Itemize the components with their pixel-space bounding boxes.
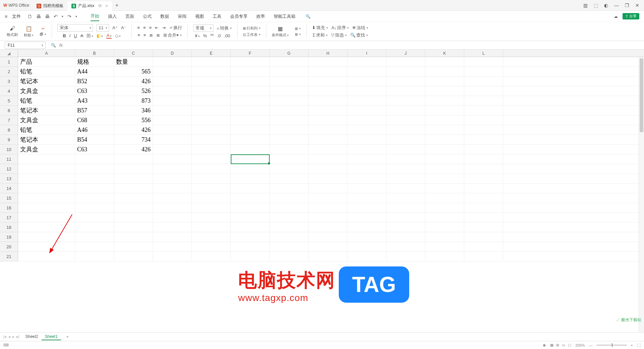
cell-G18[interactable] bbox=[270, 222, 309, 232]
cell-E1[interactable] bbox=[192, 57, 231, 66]
cell-K12[interactable] bbox=[425, 164, 464, 173]
cell-F3[interactable] bbox=[231, 77, 270, 86]
text-color-button[interactable]: A bbox=[106, 33, 112, 39]
dec-inc-button[interactable]: .0 bbox=[217, 33, 221, 38]
column-header-H[interactable]: H bbox=[309, 50, 347, 57]
cell-C8[interactable]: 426 bbox=[114, 125, 153, 135]
cell-G12[interactable] bbox=[270, 164, 309, 173]
cell-E7[interactable] bbox=[192, 115, 231, 125]
cell-H8[interactable] bbox=[309, 125, 347, 135]
cell-A18[interactable] bbox=[18, 222, 75, 232]
cell-L15[interactable] bbox=[464, 193, 503, 203]
cell-I10[interactable] bbox=[347, 145, 386, 154]
avatar-icon[interactable]: ◐ bbox=[604, 3, 608, 8]
cell-K8[interactable] bbox=[425, 125, 464, 135]
cell-F1[interactable] bbox=[231, 57, 270, 66]
row-header-4[interactable]: 4 bbox=[0, 86, 18, 96]
cell-K10[interactable] bbox=[425, 145, 464, 154]
cell-K15[interactable] bbox=[425, 193, 464, 203]
cell-I16[interactable] bbox=[347, 203, 386, 212]
cell-H19[interactable] bbox=[309, 232, 347, 242]
cell-K16[interactable] bbox=[425, 203, 464, 212]
cell-J8[interactable] bbox=[386, 125, 425, 135]
cell-K11[interactable] bbox=[425, 154, 464, 164]
cell-F11[interactable] bbox=[231, 154, 270, 164]
cell-B16[interactable] bbox=[75, 203, 114, 212]
add-sheet-button[interactable]: + bbox=[64, 335, 71, 339]
cell-E17[interactable] bbox=[192, 213, 231, 222]
cell-C2[interactable]: 565 bbox=[114, 67, 153, 76]
cell-D11[interactable] bbox=[153, 154, 192, 164]
cell-J12[interactable] bbox=[386, 164, 425, 173]
cell-F4[interactable] bbox=[231, 86, 270, 96]
percent-button[interactable]: % bbox=[203, 33, 207, 38]
cell-L10[interactable] bbox=[464, 145, 503, 154]
row-header-3[interactable]: 3 bbox=[0, 77, 18, 86]
cell-L21[interactable] bbox=[464, 252, 503, 261]
zoom-out-button[interactable]: — bbox=[589, 343, 593, 347]
sheet-nav-btn[interactable]: ▸| bbox=[16, 335, 19, 339]
menu-tab-效率[interactable]: 效率 bbox=[256, 12, 265, 21]
grow-font-button[interactable]: A⁺ bbox=[112, 25, 118, 30]
cell-A2[interactable]: 铅笔 bbox=[18, 67, 75, 76]
cell-E13[interactable] bbox=[192, 174, 231, 183]
view-mode-3[interactable]: ▢ bbox=[568, 343, 571, 347]
cell-F10[interactable] bbox=[231, 145, 270, 154]
cell-J6[interactable] bbox=[386, 106, 425, 115]
dec-dec-button[interactable]: .00 bbox=[224, 33, 230, 38]
preview-icon[interactable]: 🖶 bbox=[45, 14, 50, 19]
cell-D1[interactable] bbox=[153, 57, 192, 66]
undo-dd[interactable]: ▾ bbox=[62, 15, 63, 18]
row-header-17[interactable]: 17 bbox=[0, 213, 18, 222]
cell-E10[interactable] bbox=[192, 145, 231, 154]
cell-C12[interactable] bbox=[114, 164, 153, 173]
sheet-nav-btn[interactable]: ◂ bbox=[8, 335, 10, 339]
row-header-12[interactable]: 12 bbox=[0, 164, 18, 174]
cell-H15[interactable] bbox=[309, 193, 347, 203]
cell-I18[interactable] bbox=[347, 222, 386, 232]
cell-F13[interactable] bbox=[231, 174, 270, 183]
cell-I21[interactable] bbox=[347, 252, 386, 261]
cell-K5[interactable] bbox=[425, 96, 464, 105]
cell-J10[interactable] bbox=[386, 145, 425, 154]
menu-tab-页面[interactable]: 页面 bbox=[125, 12, 134, 21]
row-header-6[interactable]: 6 bbox=[0, 106, 18, 115]
cell-B13[interactable] bbox=[75, 174, 114, 183]
column-header-B[interactable]: B bbox=[75, 50, 114, 57]
box-icon[interactable]: ⬚ bbox=[594, 3, 598, 8]
cell-J21[interactable] bbox=[386, 252, 425, 261]
cell-D9[interactable] bbox=[153, 135, 192, 144]
cell-E4[interactable] bbox=[192, 86, 231, 96]
maximize-button[interactable]: ❐ bbox=[625, 3, 629, 8]
cell-I1[interactable] bbox=[347, 57, 386, 66]
cell-B7[interactable]: C68 bbox=[75, 115, 114, 125]
minimize-button[interactable]: — bbox=[614, 3, 619, 8]
cell-I2[interactable] bbox=[347, 67, 386, 76]
cell-D20[interactable] bbox=[153, 242, 192, 251]
merge-button[interactable]: ⊞合并▾ bbox=[163, 32, 182, 38]
cell-G16[interactable] bbox=[270, 203, 309, 212]
cell-E5[interactable] bbox=[192, 96, 231, 105]
cell-I20[interactable] bbox=[347, 242, 386, 251]
select-all-corner[interactable]: ◢ bbox=[0, 50, 18, 57]
tab-document[interactable]: S 产品.xlsx ⟳ × bbox=[67, 1, 112, 11]
menu-tab-视图[interactable]: 视图 bbox=[195, 12, 204, 21]
cell-J16[interactable] bbox=[386, 203, 425, 212]
cell-G3[interactable] bbox=[270, 77, 309, 86]
cell-B3[interactable]: B52 bbox=[75, 77, 114, 86]
cell-G5[interactable] bbox=[270, 96, 309, 105]
font-size-select[interactable]: 11 bbox=[96, 24, 109, 32]
close-tab-icon[interactable]: × bbox=[105, 3, 108, 8]
cell-D19[interactable] bbox=[153, 232, 192, 242]
cell-J5[interactable] bbox=[386, 96, 425, 105]
convert-button[interactable]: ⟐转换 bbox=[217, 25, 232, 31]
cell-I5[interactable] bbox=[347, 96, 386, 105]
sheet-nav-btn[interactable]: |◂ bbox=[3, 335, 6, 339]
cell-H2[interactable] bbox=[309, 67, 347, 76]
freeze-button[interactable]: ❄冻结 bbox=[352, 25, 368, 31]
wrap-button[interactable]: ⤶换行 bbox=[169, 25, 182, 31]
cell-L16[interactable] bbox=[464, 203, 503, 212]
cell-K1[interactable] bbox=[425, 57, 464, 66]
zoom-fx-icon[interactable]: 🔍 bbox=[51, 43, 56, 48]
input-mode-icon[interactable]: ⌨ bbox=[3, 343, 9, 347]
